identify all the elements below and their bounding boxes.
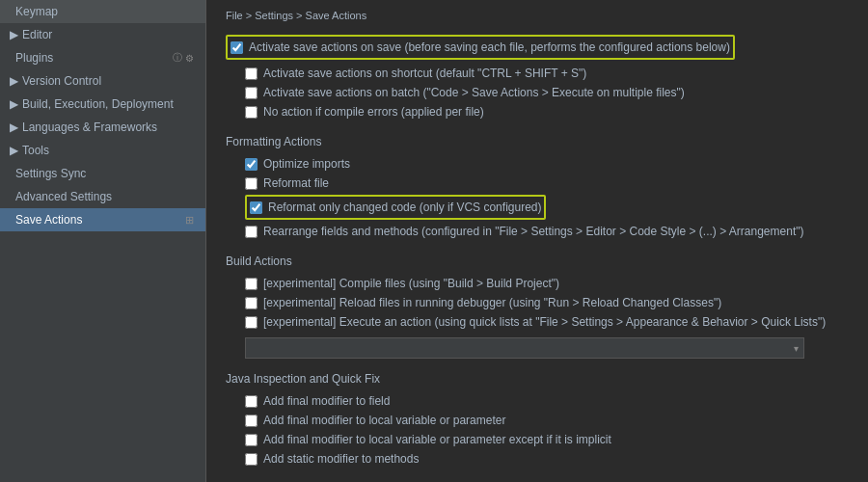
grid-icon: ⊞: [185, 214, 194, 227]
breadcrumb: File > Settings > Save Actions: [226, 10, 849, 21]
plugins-label: Plugins: [15, 51, 53, 65]
static-modifier-label: Add static modifier to methods: [263, 452, 419, 466]
sidebar-item-version-control[interactable]: ▶ Version Control: [0, 69, 205, 93]
checkbox-rearrange-fields[interactable]: [245, 226, 258, 238]
build-action-dropdown-row: [245, 337, 849, 359]
checkbox-activate-on-save[interactable]: [231, 41, 243, 54]
sidebar-item-settings-sync[interactable]: Settings Sync: [0, 162, 205, 185]
option-final-field: Add final modifier to field: [226, 391, 849, 411]
option-no-action-compile-errors: No action if compile errors (applied per…: [226, 102, 849, 121]
reformat-file-label: Reformat file: [263, 176, 329, 190]
info-icon: ⓘ: [173, 51, 182, 65]
checkbox-static-modifier[interactable]: [245, 453, 258, 466]
checkbox-execute-action[interactable]: [245, 316, 258, 329]
checkbox-no-action-compile[interactable]: [245, 106, 258, 119]
java-section-title: Java Inspection and Quick Fix: [226, 372, 849, 386]
main-content: File > Settings > Save Actions Activate …: [206, 0, 868, 482]
checkbox-final-except-implicit[interactable]: [245, 434, 258, 446]
sidebar-item-editor[interactable]: ▶ Editor: [0, 23, 205, 46]
chevron-right-icon3: ▶: [10, 97, 18, 111]
breadcrumb-text: File > Settings > Save Actions: [226, 10, 366, 21]
gear-icon: ⚙: [185, 53, 194, 64]
plugins-badge: ⓘ ⚙: [173, 51, 194, 65]
dropdown-wrapper: [245, 337, 804, 359]
settings-sync-label: Settings Sync: [15, 167, 86, 180]
final-field-label: Add final modifier to field: [263, 394, 390, 408]
sidebar-item-languages[interactable]: ▶ Languages & Frameworks: [0, 116, 205, 139]
activate-save-highlight: Activate save actions on save (before sa…: [226, 35, 735, 60]
activate-on-shortcut-label: Activate save actions on shortcut (defau…: [263, 67, 586, 80]
advanced-settings-label: Advanced Settings: [15, 190, 112, 203]
option-reformat-changed: Reformat only changed code (only if VCS …: [250, 198, 541, 217]
option-execute-action: [experimental] Execute an action (using …: [226, 312, 849, 332]
reformat-changed-label: Reformat only changed code (only if VCS …: [268, 201, 541, 214]
option-activate-on-batch: Activate save actions on batch ("Code > …: [226, 83, 849, 102]
rearrange-fields-label: Rearrange fields and methods (configured…: [263, 225, 803, 238]
compile-files-label: [experimental] Compile files (using "Bui…: [263, 277, 559, 290]
sidebar-item-tools[interactable]: ▶ Tools: [0, 139, 205, 162]
checkbox-reload-files[interactable]: [245, 297, 258, 309]
checkbox-activate-on-shortcut[interactable]: [245, 67, 258, 80]
sidebar: Keymap ▶ Editor Plugins ⓘ ⚙ ▶ Version Co…: [0, 0, 206, 482]
sidebar-item-advanced-settings[interactable]: Advanced Settings: [0, 185, 205, 208]
option-activate-on-save: Activate save actions on save (before sa…: [231, 38, 730, 57]
sidebar-item-plugins[interactable]: Plugins ⓘ ⚙: [0, 46, 205, 69]
activate-on-save-label: Activate save actions on save (before sa…: [249, 40, 730, 54]
optimize-imports-label: Optimize imports: [263, 157, 350, 171]
option-reformat-file: Reformat file: [226, 174, 849, 193]
checkbox-optimize-imports[interactable]: [245, 158, 258, 171]
option-compile-files: [experimental] Compile files (using "Bui…: [226, 274, 849, 293]
final-local-var-label: Add final modifier to local variable or …: [263, 414, 505, 427]
option-final-except-implicit: Add final modifier to local variable or …: [226, 430, 849, 449]
sidebar-item-save-actions[interactable]: Save Actions ⊞: [0, 208, 205, 231]
checkbox-reformat-changed[interactable]: [250, 201, 262, 214]
reformat-changed-highlight: Reformat only changed code (only if VCS …: [245, 195, 546, 220]
tools-label: Tools: [22, 144, 49, 157]
editor-label: Editor: [22, 28, 52, 41]
version-control-label: Version Control: [22, 74, 101, 88]
option-optimize-imports: Optimize imports: [226, 154, 849, 174]
no-action-compile-label: No action if compile errors (applied per…: [263, 105, 484, 119]
checkbox-final-local-var[interactable]: [245, 415, 258, 427]
checkbox-activate-on-batch[interactable]: [245, 87, 258, 99]
checkbox-compile-files[interactable]: [245, 278, 258, 290]
build-execution-label: Build, Execution, Deployment: [22, 97, 174, 111]
option-static-modifier: Add static modifier to methods: [226, 449, 849, 469]
option-reload-files: [experimental] Reload files in running d…: [226, 293, 849, 312]
option-rearrange-fields: Rearrange fields and methods (configured…: [226, 222, 849, 241]
reload-files-label: [experimental] Reload files in running d…: [263, 296, 721, 309]
build-section-title: Build Actions: [226, 254, 849, 268]
chevron-right-icon2: ▶: [10, 74, 18, 88]
save-actions-badge: ⊞: [185, 214, 194, 227]
option-activate-on-shortcut: Activate save actions on shortcut (defau…: [226, 64, 849, 83]
save-actions-label: Save Actions: [15, 213, 82, 227]
chevron-right-icon: ▶: [10, 28, 18, 41]
final-except-implicit-label: Add final modifier to local variable or …: [263, 433, 611, 446]
chevron-right-icon4: ▶: [10, 120, 18, 134]
checkbox-final-field[interactable]: [245, 395, 258, 408]
activate-on-batch-label: Activate save actions on batch ("Code > …: [263, 86, 685, 99]
checkbox-reformat-file[interactable]: [245, 177, 258, 190]
option-final-local-var: Add final modifier to local variable or …: [226, 411, 849, 430]
sidebar-item-build-execution[interactable]: ▶ Build, Execution, Deployment: [0, 93, 205, 116]
sidebar-item-keymap[interactable]: Keymap: [0, 0, 205, 23]
languages-label: Languages & Frameworks: [22, 120, 157, 134]
execute-action-label: [experimental] Execute an action (using …: [263, 315, 826, 329]
formatting-section-title: Formatting Actions: [226, 135, 849, 148]
keymap-label: Keymap: [15, 5, 58, 18]
chevron-right-icon5: ▶: [10, 144, 18, 157]
build-action-dropdown[interactable]: [245, 337, 804, 359]
